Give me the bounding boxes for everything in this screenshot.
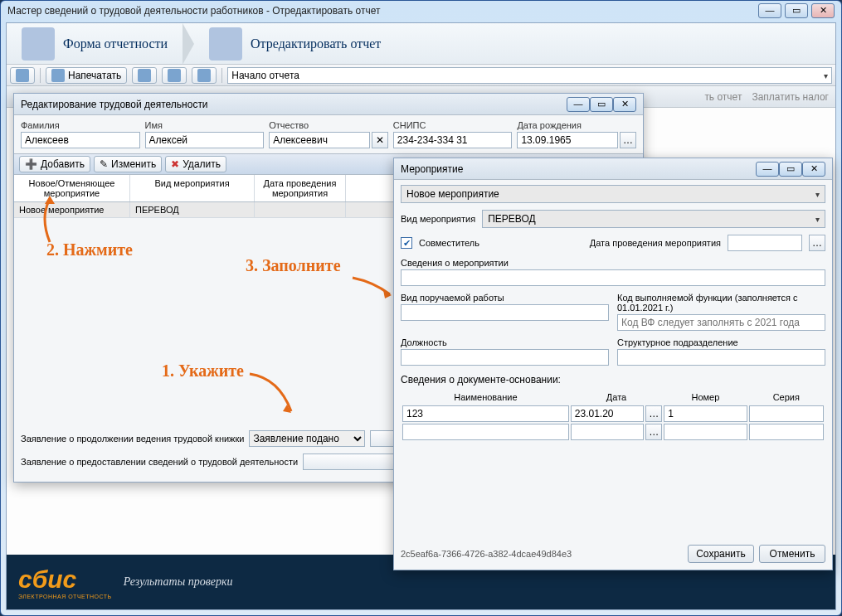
- doc-num-input[interactable]: [664, 405, 747, 422]
- save-button[interactable]: Сохранить: [688, 545, 754, 563]
- position-input[interactable]: [401, 349, 609, 366]
- add-button[interactable]: ➕Добавить: [19, 156, 90, 172]
- doc-date-picker-2[interactable]: …: [645, 424, 662, 440]
- edit-report-icon: [209, 27, 242, 61]
- minimize-button[interactable]: —: [758, 3, 781, 18]
- work-type-label: Вид поручаемой работы: [401, 293, 609, 303]
- word-icon: [16, 69, 29, 82]
- chevron-down-icon: [815, 213, 820, 225]
- dialog2-close[interactable]: ✕: [802, 162, 825, 177]
- department-input[interactable]: [617, 349, 825, 366]
- doc-num-input-2[interactable]: [664, 424, 747, 440]
- print-button[interactable]: Напечатать: [46, 67, 127, 84]
- dob-input[interactable]: [517, 132, 618, 148]
- zoom-in-icon: [168, 69, 181, 82]
- dialog2-minimize[interactable]: —: [756, 162, 779, 177]
- report-start-combo[interactable]: Начало отчета: [227, 67, 832, 84]
- edit-button[interactable]: ✎Изменить: [94, 156, 162, 172]
- sbis-logo-subtitle: ЭЛЕКТРОННАЯ ОТЧЕТНОСТЬ: [18, 594, 112, 599]
- event-info-input[interactable]: [401, 269, 825, 286]
- event-date-label: Дата проведения мероприятия: [590, 238, 721, 248]
- new-event-select[interactable]: Новое мероприятие: [401, 185, 825, 203]
- chevron-down-icon: [815, 188, 820, 200]
- event-type-label: Вид мероприятия: [401, 214, 475, 224]
- declaration1-select[interactable]: Заявление подано: [249, 430, 365, 447]
- zoom-in-button[interactable]: [162, 67, 187, 84]
- dialog1-close[interactable]: ✕: [613, 97, 636, 112]
- dialog2-title: Мероприятие: [401, 163, 463, 175]
- close-button[interactable]: ✕: [811, 3, 835, 18]
- main-toolbar: Напечатать Начало отчета: [7, 65, 835, 86]
- snils-input[interactable]: [393, 132, 513, 148]
- work-type-input[interactable]: [401, 304, 609, 321]
- declaration2-label: Заявление о предоставлении сведений о тр…: [21, 457, 298, 467]
- doc-name-input-2[interactable]: [402, 424, 569, 440]
- patronymic-picker[interactable]: ✕: [372, 132, 388, 148]
- zoom-out-button[interactable]: [192, 67, 217, 84]
- doc-date-input[interactable]: [571, 405, 644, 422]
- chevron-right-icon: [183, 23, 194, 65]
- declaration2-button[interactable]: [303, 454, 394, 470]
- doc-series-input-2[interactable]: [749, 424, 824, 440]
- breadcrumb: Форма отчетности Отредактировать отчет: [7, 23, 835, 65]
- window-title: Мастер сведений о трудовой деятельности …: [7, 5, 758, 17]
- combined-checkbox[interactable]: ✔: [401, 237, 412, 249]
- patronymic-input[interactable]: [269, 132, 370, 148]
- page-icon: [138, 69, 151, 82]
- department-label: Структурное подразделение: [617, 337, 825, 347]
- delete-button[interactable]: ✖Удалить: [165, 156, 226, 172]
- doc-name-input[interactable]: [402, 405, 569, 422]
- maximize-button[interactable]: ▭: [785, 3, 808, 18]
- position-label: Должность: [401, 337, 609, 347]
- footer-text: Результаты проверки: [124, 575, 233, 589]
- dialog1-title: Редактирование трудовой деятельности: [21, 99, 208, 110]
- event-guid: 2c5eaf6a-7366-4726-a382-4dcae49d84e3: [401, 549, 572, 559]
- dialog1-maximize[interactable]: ▭: [590, 97, 613, 112]
- event-date-input[interactable]: [728, 235, 802, 251]
- declaration1-label: Заявление о продолжении ведения трудовой…: [21, 434, 244, 444]
- docs-section-label: Сведения о документе-основании:: [401, 374, 561, 386]
- surname-input[interactable]: [21, 132, 140, 148]
- event-date-picker[interactable]: …: [809, 235, 825, 251]
- event-type-select[interactable]: ПЕРЕВОД: [482, 210, 825, 228]
- dialog2-maximize[interactable]: ▭: [779, 162, 802, 177]
- report-action-link[interactable]: ть отчет: [704, 91, 742, 103]
- doc-series-input[interactable]: [749, 405, 824, 422]
- cancel-button[interactable]: Отменить: [759, 545, 825, 563]
- name-input[interactable]: [145, 132, 265, 148]
- tool-button-1[interactable]: [132, 67, 157, 84]
- form-icon: [22, 27, 55, 61]
- doc-date-input-2[interactable]: [571, 424, 644, 440]
- printer-icon: [51, 69, 65, 82]
- pay-tax-link[interactable]: Заплатить налог: [752, 91, 829, 103]
- dob-picker[interactable]: …: [620, 132, 636, 148]
- word-export-button[interactable]: [10, 67, 35, 84]
- docs-table: Наименование Дата Номер Серия … …: [401, 389, 825, 442]
- titlebar: Мастер сведений о трудовой деятельности …: [1, 1, 841, 21]
- chevron-down-icon: [824, 70, 828, 81]
- combined-label: Совместитель: [419, 238, 479, 248]
- zoom-out-icon: [197, 69, 211, 82]
- doc-row-1: …: [402, 405, 824, 422]
- function-code-input[interactable]: [617, 314, 825, 331]
- dialog1-minimize[interactable]: —: [567, 97, 590, 112]
- doc-date-picker[interactable]: …: [645, 405, 662, 422]
- doc-row-2: …: [402, 424, 824, 440]
- breadcrumb-step2[interactable]: Отредактировать отчет: [251, 36, 381, 51]
- event-info-label: Сведения о мероприятии: [401, 258, 825, 268]
- event-dialog: Мероприятие — ▭ ✕ Новое мероприятие Вид …: [393, 158, 833, 570]
- function-code-label: Код выполняемой функции (заполняется с 0…: [617, 293, 825, 313]
- breadcrumb-step1[interactable]: Форма отчетности: [63, 36, 168, 51]
- sbis-logo: сбис: [18, 565, 112, 594]
